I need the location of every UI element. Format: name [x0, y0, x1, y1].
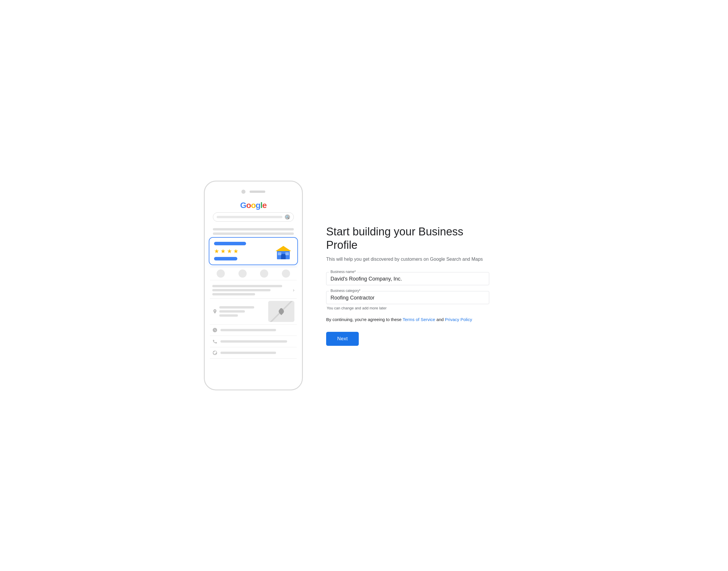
page-title: Start building your Business Profile — [326, 225, 489, 252]
business-category-group: Business category* You can change and ad… — [326, 291, 489, 310]
business-category-label: Business category* — [329, 289, 362, 293]
content-line — [212, 289, 271, 291]
content-row-phone — [210, 336, 297, 347]
map-thumbnail — [268, 301, 294, 322]
content-line — [212, 285, 282, 287]
card-subtitle-bar — [214, 257, 237, 260]
business-card-overlay: ★ ★ ★ ★ — [209, 237, 298, 265]
page-subtitle: This will help you get discovered by cus… — [326, 256, 489, 263]
phone-top-bar — [210, 190, 297, 194]
globe-content-lines — [221, 352, 294, 354]
terms-prefix: By continuing, you're agreeing to these — [326, 317, 403, 322]
globe-icon — [212, 350, 217, 355]
content-row-clock — [210, 325, 297, 336]
business-name-wrapper[interactable]: Business name* — [326, 272, 489, 285]
nav-icon-3 — [260, 269, 268, 277]
next-button[interactable]: Next — [326, 332, 359, 346]
star-1: ★ — [214, 248, 219, 255]
terms-of-service-link[interactable]: Terms of Service — [403, 317, 435, 322]
google-logo: Google — [213, 201, 294, 210]
gray-line — [213, 228, 294, 230]
map-text-lines — [219, 306, 266, 317]
gray-line — [213, 232, 294, 235]
svg-rect-3 — [278, 252, 281, 255]
business-name-group: Business name* — [326, 272, 489, 285]
content-line — [219, 314, 238, 317]
page-container: Google 🔍 ★ ★ ★ ★ — [204, 181, 524, 390]
star-3: ★ — [227, 248, 232, 255]
card-stars: ★ ★ ★ ★ — [214, 248, 246, 255]
terms-text: By continuing, you're agreeing to these … — [326, 316, 489, 323]
privacy-policy-link[interactable]: Privacy Policy — [445, 317, 472, 322]
business-category-wrapper[interactable]: Business category* — [326, 291, 489, 304]
card-title-bar — [214, 242, 246, 245]
phone-search-area: Google 🔍 — [210, 199, 297, 225]
star-2: ★ — [221, 248, 226, 255]
map-left-content — [212, 301, 266, 322]
content-line — [221, 329, 276, 331]
map-marker-icon — [279, 308, 284, 314]
clock-icon — [212, 327, 217, 333]
category-helper-text: You can change and add more later — [326, 306, 489, 310]
map-diagonal — [268, 301, 294, 322]
phone-icon — [212, 339, 217, 344]
chevron-right-icon: › — [293, 288, 294, 293]
map-pin-icon — [212, 309, 217, 314]
terms-and: and — [435, 317, 445, 322]
store-icon — [274, 242, 293, 260]
svg-rect-2 — [281, 254, 286, 259]
phone-content-lines — [221, 340, 294, 343]
search-bar-fill — [216, 216, 282, 218]
svg-marker-1 — [276, 246, 291, 251]
clock-content-lines — [221, 329, 294, 331]
business-name-input[interactable] — [330, 275, 485, 282]
content-row-1: › — [210, 282, 297, 299]
svg-rect-4 — [285, 252, 289, 255]
phone-speaker — [250, 191, 265, 193]
nav-icon-2 — [239, 269, 247, 277]
map-row — [210, 299, 297, 325]
phone-content-rows: › — [210, 282, 297, 381]
content-row-globe — [210, 347, 297, 359]
star-4: ★ — [233, 248, 239, 255]
nav-icon-1 — [216, 269, 225, 277]
phone-mockup: Google 🔍 ★ ★ ★ ★ — [204, 181, 303, 390]
search-icon: 🔍 — [285, 214, 290, 220]
search-bar: 🔍 — [213, 212, 294, 222]
content-line — [221, 340, 287, 343]
content-line — [219, 306, 254, 309]
content-line — [221, 352, 276, 354]
phone-nav-icons — [210, 267, 297, 280]
content-line — [212, 293, 255, 296]
content-line — [219, 310, 245, 313]
phone-gray-lines-top — [210, 226, 297, 237]
business-category-input[interactable] — [330, 294, 485, 301]
business-name-label: Business name* — [329, 270, 357, 273]
nav-icon-4 — [282, 269, 290, 277]
card-left: ★ ★ ★ ★ — [214, 242, 246, 260]
form-side: Start building your Business Profile Thi… — [326, 225, 489, 346]
content-lines-1 — [212, 285, 290, 296]
phone-camera — [242, 190, 246, 194]
